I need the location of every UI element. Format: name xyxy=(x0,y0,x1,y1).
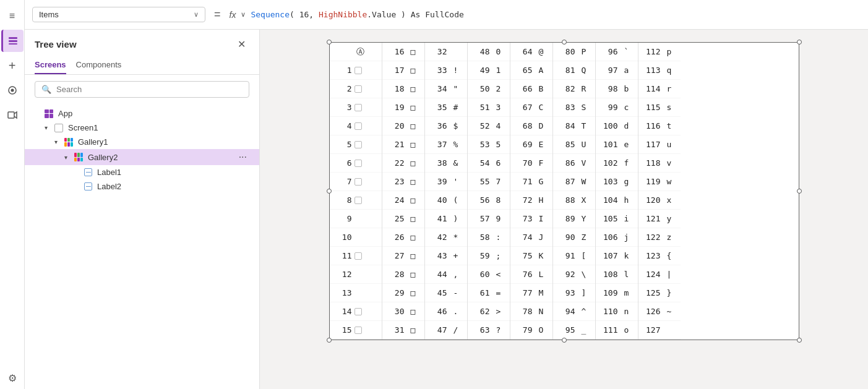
ascii-row: 64@ xyxy=(510,43,552,61)
row-number: 11 xyxy=(335,251,352,260)
row-number: 42 xyxy=(430,233,447,242)
tree-item-label1[interactable]: Label1 xyxy=(25,165,259,179)
row-number: 120 xyxy=(643,195,661,205)
ascii-row: 63? xyxy=(468,321,510,340)
add-button[interactable]: + xyxy=(1,54,24,77)
row-number: 77 xyxy=(515,288,533,297)
media-button[interactable] xyxy=(1,104,24,126)
row-char: d xyxy=(621,121,633,130)
ascii-row: 118v xyxy=(638,154,681,173)
ascii-row: Ⓐ xyxy=(330,43,382,61)
components-button[interactable] xyxy=(1,79,24,101)
row-char: e xyxy=(621,140,633,149)
content-area: Ⓐ12345678910111213141516□17□18□19□20□21□… xyxy=(260,30,868,389)
hamburger-menu-button[interactable]: ≡ xyxy=(1,5,24,27)
checkbox[interactable] xyxy=(355,85,362,93)
row-char: * xyxy=(450,233,462,242)
row-char: o xyxy=(621,325,633,335)
handle-bc[interactable] xyxy=(562,338,567,343)
more-options-button[interactable]: ··· xyxy=(236,152,249,163)
row-char: 8 xyxy=(492,195,505,205)
row-char: □ xyxy=(407,307,419,316)
checkbox[interactable] xyxy=(355,308,362,315)
tree-header: Tree view ✕ xyxy=(25,30,259,56)
row-number: 60 xyxy=(473,270,490,279)
tree-panel: Tree view ✕ Screens Components 🔍 App xyxy=(25,30,260,389)
handle-tl[interactable] xyxy=(327,40,332,45)
tree-view-button[interactable] xyxy=(1,30,24,52)
row-number: 14 xyxy=(335,307,352,316)
row-number: 31 xyxy=(387,325,405,335)
tree-item-screen1[interactable]: ▾ Screen1 xyxy=(25,121,259,135)
row-number: 57 xyxy=(473,214,490,223)
tree-item-app[interactable]: App xyxy=(25,106,259,121)
handle-br[interactable] xyxy=(797,338,802,343)
row-char: @ xyxy=(535,47,548,56)
settings-button[interactable]: ⚙ xyxy=(1,367,24,389)
row-char: ! xyxy=(450,66,462,75)
tree-item-gallery2[interactable]: ▾ Gallery2 ··· xyxy=(25,149,259,165)
ascii-row: 62> xyxy=(468,302,510,321)
row-number: 34 xyxy=(430,84,447,93)
handle-bl[interactable] xyxy=(327,338,332,343)
row-number: 118 xyxy=(643,158,661,168)
checkbox[interactable] xyxy=(355,160,362,167)
handle-mr[interactable] xyxy=(797,189,802,194)
tree-title: Tree view xyxy=(35,39,77,49)
checkbox[interactable] xyxy=(355,67,362,74)
row-number: 76 xyxy=(515,270,533,279)
row-number: 80 xyxy=(558,47,575,56)
ascii-row: 79O xyxy=(510,321,552,340)
checkbox[interactable] xyxy=(355,252,362,260)
ascii-row: 84T xyxy=(553,117,595,135)
tree-item-gallery1[interactable]: ▾ Gallery1 xyxy=(25,135,259,149)
app-label: App xyxy=(58,109,249,118)
row-char: G xyxy=(535,177,548,186)
ascii-row: 105i xyxy=(596,210,638,228)
handle-ml[interactable] xyxy=(327,189,332,194)
search-input[interactable] xyxy=(56,85,243,94)
tab-components[interactable]: Components xyxy=(76,56,122,74)
tree-item-label2[interactable]: Label2 xyxy=(25,179,259,194)
handle-tr[interactable] xyxy=(797,40,802,45)
row-char: 0 xyxy=(492,47,505,56)
fx-icon: fx xyxy=(230,10,236,20)
row-number: 26 xyxy=(387,233,405,242)
row-char: □ xyxy=(407,214,419,223)
row-number: 108 xyxy=(601,270,618,279)
formula-chevron[interactable]: ∨ xyxy=(241,11,246,19)
ascii-row: 25□ xyxy=(382,210,424,228)
row-number: 1 xyxy=(335,66,352,75)
tree-close-button[interactable]: ✕ xyxy=(234,37,249,51)
row-char: 6 xyxy=(492,158,505,168)
checkbox[interactable] xyxy=(355,197,362,204)
row-char: P xyxy=(578,47,590,56)
ascii-section-2: 3233!34"35#36$37%38&39'40(41)42*43+44,45… xyxy=(425,43,468,340)
checkbox[interactable] xyxy=(355,122,362,130)
row-char: y xyxy=(663,214,676,223)
checkbox[interactable] xyxy=(355,327,362,334)
row-char: H xyxy=(535,195,548,205)
row-number: 45 xyxy=(430,288,447,297)
ascii-row: 122z xyxy=(638,228,681,247)
row-number: 53 xyxy=(473,140,490,149)
row-char: ; xyxy=(492,251,505,260)
row-number: 36 xyxy=(430,121,447,130)
row-char: 4 xyxy=(492,121,505,130)
ascii-row: 535 xyxy=(468,135,510,154)
row-char: □ xyxy=(407,103,419,112)
ascii-row: 116t xyxy=(638,117,681,135)
handle-tc[interactable] xyxy=(562,40,567,45)
ascii-row: 88X xyxy=(553,191,595,210)
checkbox[interactable] xyxy=(355,104,362,111)
row-number: 103 xyxy=(601,177,618,186)
tab-screens[interactable]: Screens xyxy=(35,56,66,74)
ascii-section-0: Ⓐ123456789101112131415 xyxy=(330,43,382,340)
ascii-row: 109m xyxy=(596,284,638,302)
checkbox[interactable] xyxy=(355,178,362,186)
checkbox[interactable] xyxy=(355,141,362,148)
row-char: } xyxy=(663,288,676,297)
items-dropdown[interactable]: Items ∨ xyxy=(32,7,205,22)
row-char: L xyxy=(535,270,548,279)
row-number: 63 xyxy=(473,325,490,335)
